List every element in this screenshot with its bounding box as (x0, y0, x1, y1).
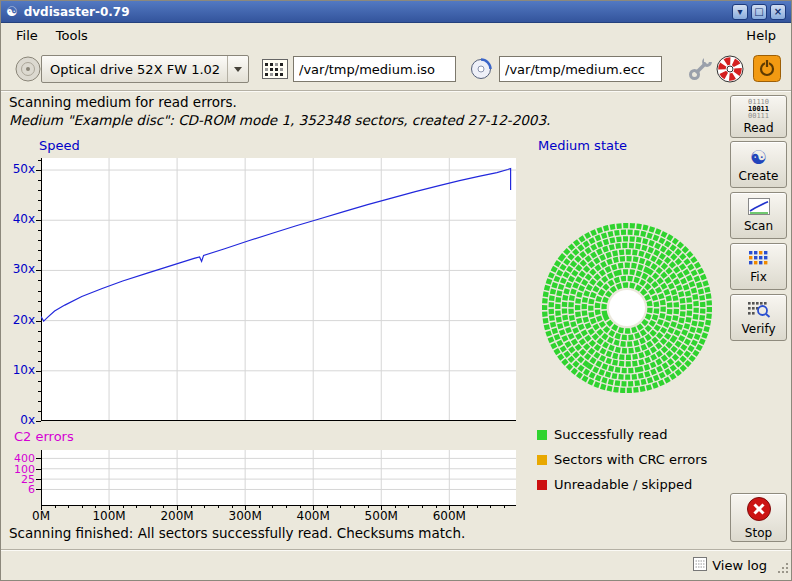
axis-tick (381, 506, 382, 510)
axis-tick (36, 489, 41, 490)
iso-path-input[interactable] (293, 56, 456, 82)
axis-minor-tick (38, 341, 41, 342)
dvdisaster-logo-icon[interactable] (715, 54, 745, 88)
menu-help[interactable]: Help (737, 26, 785, 45)
legend-item-read: Successfully read (537, 426, 667, 443)
fix-icon (748, 250, 770, 269)
scan-button-label: Scan (744, 219, 773, 233)
axis-minor-tick (136, 506, 137, 508)
scan-result-status: Scanning finished: All sectors successfu… (9, 525, 465, 541)
medium-disc-svg (542, 223, 712, 393)
titlebar[interactable]: ☯ dvdisaster-0.79 ▾ □ × (1, 1, 791, 23)
axis-tick (36, 371, 41, 372)
axis-tick (36, 270, 41, 271)
axis-tick (36, 220, 41, 221)
axis-minor-tick (95, 506, 96, 508)
preferences-wrench-icon[interactable] (687, 56, 713, 86)
axis-minor-tick (123, 506, 124, 508)
axis-minor-tick (232, 506, 233, 508)
speed-chart-title: Speed (39, 138, 80, 153)
axis-tick (313, 506, 314, 510)
resize-grip[interactable] (777, 560, 790, 579)
drive-icon[interactable] (14, 55, 42, 87)
axis-tick (36, 321, 41, 322)
verify-button-label: Verify (741, 322, 775, 336)
menubar: File Tools Help (1, 24, 791, 47)
x-axis-tick-label: 0M (16, 509, 66, 523)
axis-minor-tick (286, 506, 287, 508)
axis-tick (36, 479, 41, 480)
verify-button[interactable]: Verify (730, 294, 787, 341)
stop-icon (746, 496, 772, 525)
x-axis-tick-label: 200M (152, 509, 202, 523)
view-log-button[interactable]: View log (689, 555, 771, 576)
ecc-path-input[interactable] (499, 56, 662, 82)
close-button[interactable]: × (770, 4, 786, 20)
axis-minor-tick (38, 301, 41, 302)
legend-swatch-yellow (537, 455, 547, 465)
quit-power-button[interactable] (753, 55, 781, 86)
legend-item-crc: Sectors with CRC errors (537, 451, 707, 468)
axis-minor-tick (38, 250, 41, 251)
minimize-button[interactable]: ▾ (732, 4, 748, 20)
stop-button-label: Stop (745, 526, 772, 540)
axis-minor-tick (38, 240, 41, 241)
axis-tick (36, 170, 41, 171)
fix-button-label: Fix (750, 270, 766, 284)
axis-minor-tick (163, 506, 164, 508)
axis-tick (36, 469, 41, 470)
axis-minor-tick (38, 210, 41, 211)
read-button-label: Read (743, 121, 773, 135)
read-button[interactable]: 01110 10011 00111 Read (730, 95, 787, 138)
menu-file[interactable]: File (7, 26, 47, 45)
menu-tools[interactable]: Tools (47, 26, 97, 45)
stop-button[interactable]: Stop (730, 493, 787, 542)
axis-tick (245, 506, 246, 510)
axis-minor-tick (477, 506, 478, 508)
axis-minor-tick (436, 506, 437, 508)
legend-swatch-green (537, 430, 547, 440)
speed-plot-svg (41, 158, 516, 421)
fix-button[interactable]: Fix (730, 243, 787, 290)
x-axis-tick-label: 300M (220, 509, 270, 523)
legend-label: Successfully read (554, 427, 667, 442)
drive-selector[interactable]: Optical drive 52X FW 1.02 (41, 55, 249, 83)
binary-read-icon: 01110 10011 00111 (748, 99, 769, 120)
app-icon: ☯ (6, 1, 18, 23)
axis-minor-tick (272, 506, 273, 508)
axis-minor-tick (354, 506, 355, 508)
create-button[interactable]: ☯ Create (730, 141, 787, 188)
axis-minor-tick (38, 260, 41, 261)
legend-item-unreadable: Unreadable / skipped (537, 476, 692, 493)
x-axis-tick-label: 600M (424, 509, 474, 523)
axis-minor-tick (340, 506, 341, 508)
verify-magnifier-icon (747, 300, 771, 321)
axis-minor-tick (463, 506, 464, 508)
speed-y-tick-label: 50x (1, 162, 35, 176)
axis-minor-tick (422, 506, 423, 508)
axis-minor-tick (150, 506, 151, 508)
axis-tick (449, 506, 450, 510)
speed-y-tick-label: 20x (1, 313, 35, 327)
axis-minor-tick (38, 361, 41, 362)
medium-state-title: Medium state (538, 138, 627, 153)
x-axis-tick-label: 100M (84, 509, 134, 523)
axis-tick (109, 506, 110, 510)
toolbar: Optical drive 52X FW 1.02 (1, 47, 791, 91)
maximize-button[interactable]: □ (751, 4, 767, 20)
axis-minor-tick (38, 160, 41, 161)
status-line-2: Medium "Example disc": CD-ROM mode 1, 35… (9, 112, 550, 128)
speed-y-tick-label: 10x (1, 363, 35, 377)
drive-selector-value: Optical drive 52X FW 1.02 (42, 62, 227, 77)
create-button-label: Create (739, 169, 779, 183)
legend-label: Unreadable / skipped (554, 477, 692, 492)
scan-chart-icon (748, 198, 770, 218)
legend-label: Sectors with CRC errors (554, 452, 707, 467)
axis-minor-tick (38, 401, 41, 402)
axis-minor-tick (38, 180, 41, 181)
scan-button[interactable]: Scan (730, 192, 787, 239)
yin-yang-icon: ☯ (750, 147, 767, 168)
axis-minor-tick (38, 230, 41, 231)
log-icon (693, 557, 707, 574)
window-title: dvdisaster-0.79 (24, 5, 729, 19)
